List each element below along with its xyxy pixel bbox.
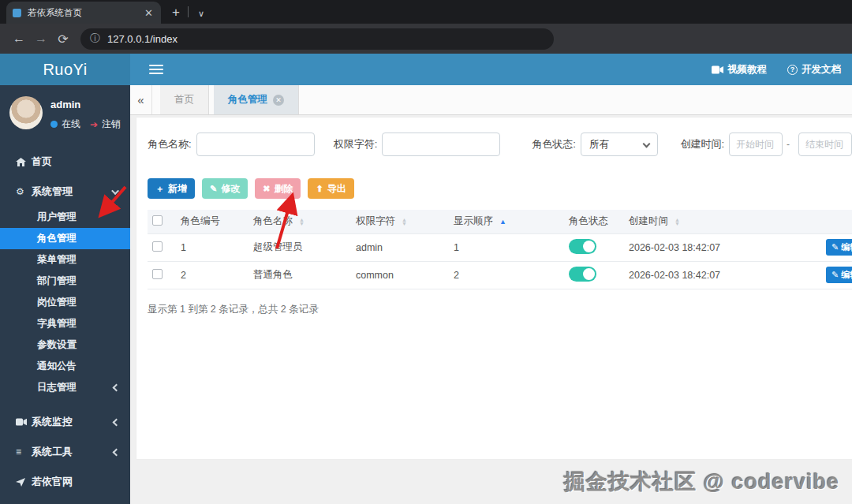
sidebar-item-system-tools[interactable]: ≡ 系统工具 bbox=[0, 437, 130, 467]
browser-tab-title: 若依系统首页 bbox=[28, 7, 143, 19]
screen: 若依系统首页 ✕ + ∨ ← → ⟳ ⓘ 127.0.0.1/index Ruo… bbox=[0, 0, 852, 504]
tab-search-icon[interactable]: ∨ bbox=[198, 9, 204, 19]
top-navbar: 视频教程 ? 开发文档 bbox=[130, 54, 852, 85]
start-time-input[interactable] bbox=[729, 133, 783, 156]
col-created-time[interactable]: 创建时间▲▼ bbox=[624, 210, 821, 233]
add-button[interactable]: ＋新增 bbox=[148, 178, 195, 199]
sidebar-item-notice[interactable]: 通知公告 bbox=[0, 356, 130, 377]
sidebar-item-system-monitor[interactable]: 系统监控 bbox=[0, 407, 130, 437]
edit-icon: ✎ bbox=[831, 242, 839, 252]
status-select[interactable]: 所有 bbox=[581, 133, 659, 156]
col-display-order[interactable]: 显示顺序▲ bbox=[449, 210, 564, 233]
status-toggle[interactable] bbox=[569, 267, 596, 282]
edit-icon: ✎ bbox=[210, 184, 217, 194]
browser-tab-strip: 若依系统首页 ✕ + ∨ bbox=[0, 0, 852, 24]
row-checkbox[interactable] bbox=[152, 241, 163, 252]
upload-icon: ⬆ bbox=[316, 184, 323, 194]
table-row[interactable]: 1 超级管理员 admin 1 2026-02-03 18:42:07 ✎编辑 bbox=[148, 233, 852, 261]
sort-icon: ▲▼ bbox=[402, 218, 407, 226]
chevron-left-icon bbox=[113, 418, 121, 426]
table-row[interactable]: 2 普通角色 common 2 2026-02-03 18:42:07 ✎编辑 bbox=[148, 261, 852, 289]
x-icon: ✖ bbox=[263, 184, 270, 194]
select-all-checkbox[interactable] bbox=[152, 215, 163, 226]
sort-icon: ▲▼ bbox=[674, 218, 680, 226]
col-perm-key[interactable]: 权限字符▲▼ bbox=[351, 210, 449, 233]
sidebar-item-menu-mgmt[interactable]: 菜单管理 bbox=[0, 249, 130, 271]
plus-icon: ＋ bbox=[155, 183, 164, 195]
sidebar-item-system-mgmt[interactable]: ⚙ 系统管理 bbox=[0, 177, 130, 207]
role-name-input[interactable] bbox=[196, 133, 315, 156]
question-icon: ? bbox=[787, 65, 798, 75]
col-role-id: 角色编号 bbox=[176, 210, 248, 233]
perm-label: 权限字符: bbox=[334, 137, 378, 151]
chevron-left-icon bbox=[113, 384, 121, 392]
tab-role-mgmt[interactable]: 角色管理 ✕ bbox=[214, 85, 299, 114]
sidebar-item-official-site[interactable]: 若依官网 bbox=[0, 467, 130, 497]
col-role-status: 角色状态 bbox=[564, 210, 624, 233]
record-summary: 显示第 1 到第 2 条记录，总共 2 条记录 bbox=[148, 303, 852, 316]
back-icon[interactable]: ← bbox=[8, 32, 30, 46]
date-separator: - bbox=[787, 139, 790, 150]
app-logo[interactable]: RuoYi bbox=[0, 54, 130, 85]
address-bar[interactable]: ⓘ 127.0.0.1/index bbox=[80, 28, 554, 50]
forward-icon[interactable]: → bbox=[30, 32, 52, 46]
sidebar-item-role-mgmt[interactable]: 角色管理 bbox=[0, 228, 130, 249]
role-panel: 角色名称: 权限字符: 角色状态: 所有 创建时间: - ＋新 bbox=[136, 118, 852, 459]
sort-icon: ▲▼ bbox=[299, 218, 305, 226]
tabs-scroll-left-icon[interactable]: « bbox=[130, 85, 152, 114]
sidebar-item-home[interactable]: 首页 bbox=[0, 147, 130, 177]
row-checkbox[interactable] bbox=[152, 269, 163, 279]
tab-home[interactable]: 首页 bbox=[160, 85, 209, 114]
sidebar-item-param-settings[interactable]: 参数设置 bbox=[0, 334, 130, 356]
edit-button[interactable]: ✎修改 bbox=[202, 178, 248, 199]
sidebar-item-dict-mgmt[interactable]: 字典管理 bbox=[0, 313, 130, 334]
page-tabbar: « 首页 角色管理 ✕ bbox=[130, 85, 852, 115]
chevron-down-icon bbox=[643, 140, 651, 148]
tab-close-icon[interactable]: ✕ bbox=[273, 95, 284, 106]
site-info-icon[interactable]: ⓘ bbox=[90, 32, 100, 46]
chevron-down-icon bbox=[111, 187, 119, 195]
list-icon: ≡ bbox=[16, 446, 32, 457]
sidebar-menu: 首页 ⚙ 系统管理 用户管理 角色管理 菜单管理 部门管理 岗位管理 字典管理 … bbox=[0, 147, 130, 504]
export-button[interactable]: ⬆导出 bbox=[308, 178, 353, 199]
logout-link[interactable]: 注销 bbox=[102, 118, 121, 131]
role-table: 角色编号 角色名称▲▼ 权限字符▲▼ 显示顺序▲ 角色状态 创建时间▲▼ 1 bbox=[148, 210, 852, 289]
row-edit-button[interactable]: ✎编辑 bbox=[826, 239, 852, 256]
delete-button[interactable]: ✖删除 bbox=[255, 178, 301, 199]
browser-tab[interactable]: 若依系统首页 ✕ bbox=[6, 2, 161, 24]
new-tab-button[interactable]: + bbox=[172, 5, 180, 21]
perm-input[interactable] bbox=[382, 133, 500, 156]
status-toggle[interactable] bbox=[569, 239, 596, 254]
created-time-label: 创建时间: bbox=[680, 137, 724, 151]
sidebar-item-user-mgmt[interactable]: 用户管理 bbox=[0, 207, 130, 228]
sidebar: admin 在线 ➔ 注销 首页 ⚙ bbox=[0, 85, 130, 504]
row-edit-button[interactable]: ✎编辑 bbox=[826, 267, 852, 283]
reload-icon[interactable]: ⟳ bbox=[52, 32, 74, 47]
sidebar-item-dept-mgmt[interactable]: 部门管理 bbox=[0, 271, 130, 292]
dev-docs-link[interactable]: ? 开发文档 bbox=[787, 63, 841, 77]
online-status-label: 在线 bbox=[62, 118, 80, 131]
search-form: 角色名称: 权限字符: 角色状态: 所有 创建时间: - bbox=[148, 133, 852, 156]
content-area: « 首页 角色管理 ✕ 角色名称: 权限字符: 角色状态: 所有 bbox=[130, 85, 852, 504]
monitor-video-icon bbox=[16, 418, 32, 426]
online-status-icon bbox=[50, 121, 58, 128]
sidebar-item-log-mgmt[interactable]: 日志管理 bbox=[0, 377, 130, 398]
avatar[interactable] bbox=[9, 96, 43, 129]
sidebar-item-post-mgmt[interactable]: 岗位管理 bbox=[0, 292, 130, 313]
paper-plane-icon bbox=[16, 478, 32, 487]
video-tutorial-link[interactable]: 视频教程 bbox=[712, 63, 767, 77]
sidebar-item-demo[interactable]: 实例演示 bbox=[0, 497, 130, 504]
end-time-input[interactable] bbox=[798, 133, 852, 156]
table-header-row: 角色编号 角色名称▲▼ 权限字符▲▼ 显示顺序▲ 角色状态 创建时间▲▼ bbox=[148, 210, 852, 233]
user-name: admin bbox=[50, 99, 121, 110]
favicon-icon bbox=[13, 9, 21, 17]
app-header: RuoYi 视频教程 ? 开发文档 bbox=[0, 54, 852, 85]
chevron-left-icon bbox=[113, 448, 121, 456]
watermark-text: 掘金技术社区 @ codervibe bbox=[564, 468, 839, 496]
sidebar-toggle-icon[interactable] bbox=[149, 65, 163, 74]
gear-icon: ⚙ bbox=[16, 186, 32, 197]
tab-close-icon[interactable]: ✕ bbox=[143, 7, 155, 19]
browser-toolbar: ← → ⟳ ⓘ 127.0.0.1/index bbox=[0, 24, 852, 54]
col-role-name[interactable]: 角色名称▲▼ bbox=[248, 210, 351, 233]
table-toolbar: ＋新增 ✎修改 ✖删除 ⬆导出 bbox=[148, 178, 852, 199]
